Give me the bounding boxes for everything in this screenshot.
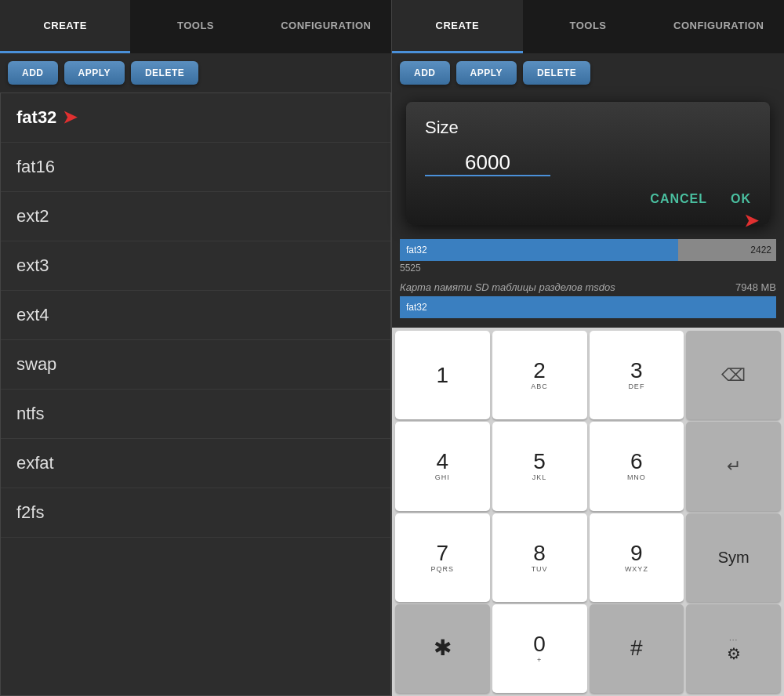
filesystem-dropdown: fat32 ➤ fat16 ext2 ext3 ext4 swap ntfs e… [0, 92, 391, 696]
cancel-button[interactable]: CANCEL [650, 192, 707, 206]
size-dialog-buttons: CANCEL OK ➤ [425, 192, 751, 206]
key-hash[interactable]: # [590, 604, 684, 693]
dropdown-item-fat16[interactable]: fat16 [1, 143, 390, 192]
left-delete-button[interactable]: DELETE [131, 61, 198, 85]
key-1[interactable]: 1 [395, 331, 490, 419]
fat32-bar-label: fat32 [406, 302, 427, 313]
right-delete-button[interactable]: DELETE [523, 61, 590, 85]
dropdown-item-swap[interactable]: swap [1, 340, 390, 390]
fat32-bar: fat32 [400, 296, 776, 318]
key-2[interactable]: 2 ABC [492, 331, 587, 419]
key-backspace[interactable]: ⌫ [686, 331, 781, 419]
key-0[interactable]: 0 + [492, 604, 587, 693]
left-apply-button[interactable]: APPLY [64, 61, 125, 85]
dropdown-item-fat32[interactable]: fat32 ➤ [1, 93, 390, 143]
key-sym[interactable]: Sym [686, 513, 781, 602]
sd-info-row: Карта памяти SD таблицы разделов msdos 7… [400, 278, 776, 296]
right-partition-info: fat32 2422 5525 Карта памяти SD таблицы … [392, 234, 784, 328]
partition-start-right: 5525 [400, 263, 776, 274]
dropdown-item-ext4[interactable]: ext4 [1, 291, 390, 340]
left-tab-bar: CREATE TOOLS CONFIGURATION [0, 0, 391, 53]
dropdown-item-ntfs[interactable]: ntfs [1, 390, 390, 439]
size-dialog-title: Size [425, 118, 751, 138]
red-arrow-icon: ➤ [63, 107, 77, 128]
right-tab-bar: CREATE TOOLS CONFIGURATION [392, 0, 784, 53]
numpad: 1 2 ABC 3 DEF ⌫ 4 GHI 5 JKL 6 MNO ↵ [392, 328, 784, 696]
partition-end-number: 2422 [750, 245, 771, 256]
key-9[interactable]: 9 WXYZ [590, 513, 684, 602]
right-tab-tools[interactable]: TOOLS [523, 0, 654, 53]
key-settings[interactable]: ··· ⚙ [686, 604, 781, 693]
ok-button[interactable]: OK ➤ [731, 192, 751, 206]
right-tab-configuration[interactable]: CONFIGURATION [653, 0, 784, 53]
sd-info-text: Карта памяти SD таблицы разделов msdos [400, 281, 615, 293]
dropdown-item-ext3[interactable]: ext3 [1, 241, 390, 291]
key-6[interactable]: 6 MNO [590, 422, 684, 510]
fat32-label: fat32 [16, 107, 56, 128]
right-apply-button[interactable]: APPLY [456, 61, 517, 85]
right-toolbar: ADD APPLY DELETE [392, 53, 784, 92]
key-star[interactable]: ✱ [395, 604, 490, 693]
right-partition-bar: fat32 2422 [400, 239, 776, 261]
key-3[interactable]: 3 DEF [590, 331, 684, 419]
left-panel: CREATE TOOLS CONFIGURATION ADD APPLY DEL… [0, 0, 392, 696]
key-enter[interactable]: ↵ [686, 422, 781, 510]
partition-label-fat32: fat32 [406, 245, 427, 256]
left-tab-tools[interactable]: TOOLS [130, 0, 260, 53]
right-add-button[interactable]: ADD [400, 61, 450, 85]
size-dialog: Size CANCEL OK ➤ [406, 102, 770, 225]
dropdown-item-f2fs[interactable]: f2fs [1, 488, 390, 538]
left-tab-configuration[interactable]: CONFIGURATION [261, 0, 391, 53]
key-8[interactable]: 8 TUV [492, 513, 587, 602]
partition-bar-gray: 2422 [678, 239, 776, 261]
size-input[interactable] [425, 150, 550, 176]
left-toolbar: ADD APPLY DELETE [0, 53, 391, 92]
red-arrow-ok-icon: ➤ [744, 211, 759, 231]
right-tab-create[interactable]: CREATE [392, 0, 523, 53]
key-7[interactable]: 7 PQRS [395, 513, 490, 602]
right-panel: CREATE TOOLS CONFIGURATION ADD APPLY DEL… [392, 0, 784, 696]
key-5[interactable]: 5 JKL [492, 422, 587, 510]
left-add-button[interactable]: ADD [8, 61, 58, 85]
left-tab-create[interactable]: CREATE [0, 0, 130, 53]
dropdown-item-ext2[interactable]: ext2 [1, 192, 390, 241]
partition-bar-blue: fat32 [400, 239, 678, 261]
key-4[interactable]: 4 GHI [395, 422, 490, 510]
sd-size: 7948 MB [735, 281, 776, 293]
size-dialog-overlay: Size CANCEL OK ➤ fat32 2422 5525 [392, 92, 784, 328]
dropdown-item-exfat[interactable]: exfat [1, 439, 390, 488]
